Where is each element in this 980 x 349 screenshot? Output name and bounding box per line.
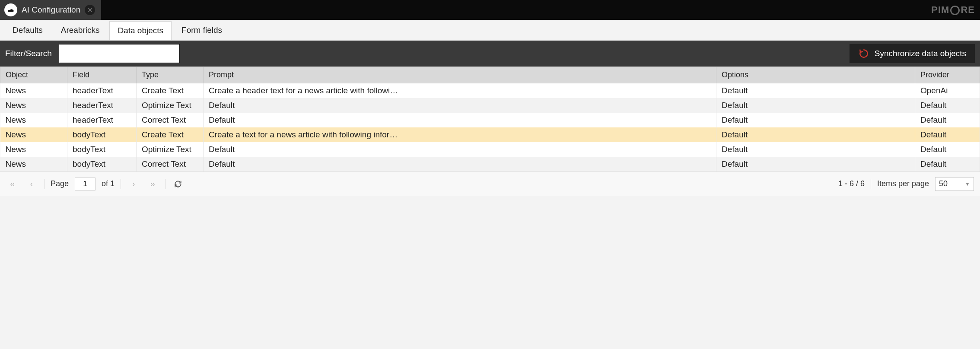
synchronize-button[interactable]: Synchronize data objects xyxy=(850,44,975,63)
window-tabs: AI Configuration ✕ xyxy=(0,0,101,20)
tab-areabricks[interactable]: Areabricks xyxy=(53,21,108,40)
items-per-page-label: Items per page xyxy=(877,179,929,188)
table-row[interactable]: NewsheaderTextCorrect TextDefaultDefault… xyxy=(0,113,980,127)
cell-type: Correct Text xyxy=(137,157,204,171)
tab-defaults[interactable]: Defaults xyxy=(4,21,51,40)
cell-type: Optimize Text xyxy=(137,98,204,113)
cell-object: News xyxy=(0,127,67,142)
items-per-page-select[interactable]: 50 ▼ xyxy=(935,177,974,191)
synchronize-label: Synchronize data objects xyxy=(875,49,966,58)
title-bar: AI Configuration ✕ PIM RE xyxy=(0,0,980,20)
cell-prompt: Default xyxy=(204,142,716,157)
column-header-options[interactable]: Options xyxy=(716,67,915,83)
table-row[interactable]: NewsheaderTextCreate TextCreate a header… xyxy=(0,83,980,98)
cell-provider: Default xyxy=(915,98,980,113)
page-label: Page xyxy=(51,179,69,188)
cell-field: headerText xyxy=(67,83,137,98)
cell-provider: Default xyxy=(915,127,980,142)
cell-options: Default xyxy=(716,157,915,171)
sync-icon xyxy=(858,48,869,59)
table-row[interactable]: NewsheaderTextOptimize TextDefaultDefaul… xyxy=(0,98,980,113)
paging-bar: « ‹ Page of 1 › » 1 - 6 / 6 Items per pa… xyxy=(0,171,980,196)
cell-object: News xyxy=(0,83,67,98)
cell-provider: Default xyxy=(915,157,980,171)
cell-options: Default xyxy=(716,142,915,157)
cell-options: Default xyxy=(716,83,915,98)
column-header-prompt[interactable]: Prompt xyxy=(204,67,716,83)
refresh-button[interactable] xyxy=(172,178,185,190)
cell-type: Optimize Text xyxy=(137,142,204,157)
table-row[interactable]: NewsbodyTextOptimize TextDefaultDefaultD… xyxy=(0,142,980,157)
cell-provider: Default xyxy=(915,142,980,157)
cell-options: Default xyxy=(716,113,915,127)
brand-logo: PIM RE xyxy=(931,4,975,16)
separator xyxy=(44,179,45,189)
refresh-icon xyxy=(174,180,182,188)
cell-field: headerText xyxy=(67,113,137,127)
window-tab-title: AI Configuration xyxy=(22,5,80,15)
cell-type: Create Text xyxy=(137,83,204,98)
cell-object: News xyxy=(0,98,67,113)
tab-form-fields[interactable]: Form fields xyxy=(173,21,230,40)
cell-field: bodyText xyxy=(67,127,137,142)
toolbar: Filter/Search Synchronize data objects xyxy=(0,41,980,67)
page-of-label: of 1 xyxy=(102,179,115,188)
cell-field: bodyText xyxy=(67,142,137,157)
column-header-provider[interactable]: Provider xyxy=(915,67,980,83)
cell-provider: OpenAi xyxy=(915,83,980,98)
close-tab-button[interactable]: ✕ xyxy=(85,5,95,15)
cell-prompt: Default xyxy=(204,157,716,171)
cell-prompt: Create a text for a news article with fo… xyxy=(204,127,716,142)
cell-object: News xyxy=(0,142,67,157)
cell-provider: Default xyxy=(915,113,980,127)
tab-data-objects[interactable]: Data objects xyxy=(109,21,172,40)
cell-object: News xyxy=(0,157,67,171)
cell-type: Create Text xyxy=(137,127,204,142)
data-table: ObjectFieldTypePromptOptionsProvider New… xyxy=(0,67,980,171)
column-header-object[interactable]: Object xyxy=(0,67,67,83)
items-per-page-value: 50 xyxy=(939,179,948,188)
range-label: 1 - 6 / 6 xyxy=(838,179,865,188)
prev-page-button[interactable]: ‹ xyxy=(25,178,38,190)
cell-options: Default xyxy=(716,98,915,113)
separator xyxy=(871,179,871,189)
separator xyxy=(165,179,165,189)
cell-options: Default xyxy=(716,127,915,142)
brand-text-prefix: PIM xyxy=(931,4,949,16)
cell-prompt: Default xyxy=(204,98,716,113)
last-page-button[interactable]: » xyxy=(146,178,159,190)
table-header-row: ObjectFieldTypePromptOptionsProvider xyxy=(0,67,980,83)
first-page-button[interactable]: « xyxy=(6,178,19,190)
brand-text-suffix: RE xyxy=(961,4,975,16)
cell-field: headerText xyxy=(67,98,137,113)
app-icon xyxy=(4,3,17,16)
table-row[interactable]: NewsbodyTextCorrect TextDefaultDefaultDe… xyxy=(0,157,980,171)
window-tab-ai-configuration[interactable]: AI Configuration ✕ xyxy=(0,0,101,20)
cell-type: Correct Text xyxy=(137,113,204,127)
column-header-field[interactable]: Field xyxy=(67,67,137,83)
table-row[interactable]: NewsbodyTextCreate TextCreate a text for… xyxy=(0,127,980,142)
filter-label: Filter/Search xyxy=(5,49,52,58)
search-input[interactable] xyxy=(59,44,180,63)
cell-prompt: Default xyxy=(204,113,716,127)
chevron-down-icon: ▼ xyxy=(965,181,970,187)
page-input[interactable] xyxy=(75,178,95,190)
cell-prompt: Create a header text for a news article … xyxy=(204,83,716,98)
sub-tab-bar: DefaultsAreabricksData objectsForm field… xyxy=(0,20,980,41)
brand-o-icon xyxy=(950,6,960,15)
column-header-type[interactable]: Type xyxy=(137,67,204,83)
next-page-button[interactable]: › xyxy=(127,178,140,190)
cell-field: bodyText xyxy=(67,157,137,171)
cell-object: News xyxy=(0,113,67,127)
separator xyxy=(121,179,121,189)
